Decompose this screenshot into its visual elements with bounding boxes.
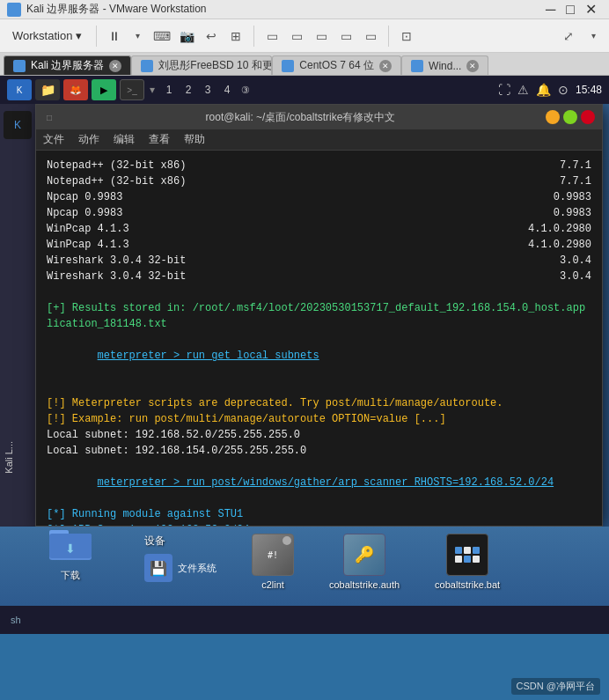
menu-file[interactable]: 文件 — [43, 132, 64, 147]
table-cell-right-1: 7.7.1 — [560, 158, 591, 173]
view-icon-3[interactable]: ▭ — [311, 26, 332, 46]
menu-action[interactable]: 动作 — [78, 132, 99, 147]
title-bar: Kali 边界服务器 - VMware Workstation ─ □ ✕ — [0, 0, 609, 19]
browser-btn[interactable]: 🦊 — [63, 79, 88, 100]
terminal-btn-2[interactable]: >_ — [120, 79, 144, 100]
menu-edit[interactable]: 编辑 — [114, 132, 135, 147]
workstation-menu[interactable]: Workstation ▾ — [5, 26, 89, 45]
ws-3[interactable]: 3 — [199, 81, 216, 99]
tab-kali[interactable]: Kali 边界服务器 ✕ — [4, 55, 131, 75]
terminal-btn[interactable]: ▶ — [92, 79, 116, 100]
tab-freebsd[interactable]: 刘思彤FreeBSD 10 和更早版本 ✕ — [131, 55, 272, 75]
sound-icon[interactable]: 🔔 — [536, 83, 551, 97]
tab-wind[interactable]: Wind... ✕ — [401, 55, 488, 75]
c2lint-icon: #! — [252, 534, 294, 576]
ws-1[interactable]: 1 — [160, 81, 178, 99]
tab-icon-wind — [411, 60, 423, 72]
ws-4[interactable]: 4 — [218, 81, 236, 99]
tab-close-centos[interactable]: ✕ — [379, 60, 392, 72]
kali-top-taskbar: K 📁 🦊 ▶ >_ ▾ 1 2 3 4 ③ ⛶ ⚠ 🔔 — [0, 76, 609, 104]
view-icon-2[interactable]: ▭ — [286, 26, 307, 46]
toolbar-separator-3 — [388, 26, 389, 47]
desktop-area: K Kali L... □ root@kali: ~/桌面/cobaltstri… — [0, 104, 609, 527]
folder-download[interactable]: ⬇ 下载 — [49, 527, 92, 582]
revert-icon[interactable]: ↩ — [201, 26, 222, 46]
view-icon-4[interactable]: ▭ — [335, 26, 356, 46]
auth-icon: 🔑 — [343, 534, 385, 576]
download-label: 下载 — [61, 569, 80, 582]
table-cell-left-8: Wireshark 3.0.4 32-bit — [47, 269, 186, 284]
file-bat[interactable]: cobaltstrike.bat — [435, 534, 500, 590]
filesystem-item[interactable]: 💾 文件系统 — [144, 554, 216, 582]
close-btn[interactable]: ✕ — [580, 1, 602, 18]
snapshot-icon[interactable]: 📷 — [176, 26, 197, 46]
terminal-menubar: 文件 动作 编辑 查看 帮助 — [36, 129, 602, 151]
screen-icon[interactable]: ⛶ — [498, 83, 510, 97]
table-cell-right-8: 3.0.4 — [560, 269, 591, 284]
vmware-icon — [7, 3, 21, 17]
terminal-titlebar-left: □ — [43, 111, 55, 123]
clone-icon[interactable]: ⊞ — [225, 26, 246, 46]
svg-text:⬇: ⬇ — [65, 542, 76, 556]
bat-label: cobaltstrike.bat — [435, 579, 500, 590]
tabs-bar: Kali 边界服务器 ✕ 刘思彤FreeBSD 10 和更早版本 ✕ CentO… — [0, 53, 609, 76]
table-cell-left-2: Notepad++ (32-bit x86) — [47, 173, 186, 189]
console-icon[interactable]: ⊡ — [396, 26, 417, 46]
table-cell-right-6: 4.1.0.2980 — [528, 237, 591, 253]
workspace-numbers: 1 2 3 4 ③ — [160, 81, 250, 99]
table-cell-right-7: 3.0.4 — [560, 253, 591, 269]
file-c2lint[interactable]: #! c2lint — [252, 534, 294, 590]
table-row: Notepad++ (32-bit x86) 7.7.1 — [47, 158, 591, 173]
kali-logo-btn[interactable]: K — [7, 79, 32, 100]
taskbar-left: K 📁 🦊 ▶ >_ ▾ 1 2 3 4 ③ — [7, 79, 250, 100]
terminal-close-btn[interactable] — [581, 110, 595, 124]
menu-view[interactable]: 查看 — [149, 132, 170, 147]
terminal-minimize-icon[interactable]: □ — [43, 111, 55, 123]
table-row: Notepad++ (32-bit x86) 7.7.1 — [47, 173, 591, 189]
minimize-btn[interactable]: ─ — [540, 2, 561, 18]
c2lint-label: c2lint — [261, 579, 284, 590]
send-keys-icon[interactable]: ⌨ — [151, 26, 172, 46]
subnet1: Local subnet: 192.168.52.0/255.255.255.0 — [47, 427, 591, 443]
settings-icon[interactable]: ▾ — [583, 26, 604, 46]
expand-icon[interactable]: ⤢ — [558, 26, 579, 46]
net-icon[interactable]: ⚠ — [517, 83, 529, 97]
tab-close-wind[interactable]: ✕ — [466, 60, 479, 72]
maximize-btn[interactable]: □ — [561, 2, 580, 18]
subnet2: Local subnet: 192.168.154.0/255.255.255.… — [47, 443, 591, 459]
file-auth[interactable]: 🔑 cobaltstrike.auth — [329, 534, 400, 590]
terminal-maximize-btn[interactable] — [563, 110, 577, 124]
pause-icon[interactable]: ⏸ — [104, 26, 125, 46]
tab-centos[interactable]: CentOS 7 64 位 ✕ — [272, 55, 401, 75]
dropdown-small[interactable]: ▾ — [127, 26, 148, 46]
tab-icon-kali — [13, 60, 26, 72]
terminal-dropdown[interactable]: ▾ — [150, 84, 155, 96]
ws-badge: ③ — [241, 85, 250, 96]
window-title: Kali 边界服务器 - VMware Workstation — [26, 2, 207, 17]
vmware-toolbar: Workstation ▾ ⏸ ▾ ⌨ 📷 ↩ ⊞ ▭ ▭ ▭ ▭ ▭ ⊡ ⤢ … — [0, 19, 609, 53]
sidebar-icon-1[interactable]: K — [4, 111, 32, 139]
table-cell-left-3: Npcap 0.9983 — [47, 189, 122, 205]
tab-close-kali[interactable]: ✕ — [109, 60, 121, 72]
taskbar-apps: K 📁 🦊 ▶ >_ ▾ — [7, 79, 155, 100]
download-folder-icon: ⬇ — [49, 527, 92, 565]
tab-label-kali: Kali 边界服务器 — [31, 58, 104, 73]
toolbar-icon-group-1: ⏸ ▾ — [104, 26, 148, 46]
running1: [*] Running module against STU1 — [47, 506, 591, 522]
menu-help[interactable]: 帮助 — [184, 132, 205, 147]
table-cell-left-1: Notepad++ (32-bit x86) — [47, 158, 186, 173]
ws-2[interactable]: 2 — [180, 81, 197, 99]
view-icon-1[interactable]: ▭ — [261, 26, 282, 46]
toolbar-separator-1 — [96, 26, 97, 47]
battery-icon[interactable]: ⊙ — [558, 83, 569, 97]
toolbar-separator-2 — [253, 26, 254, 47]
bat-icon — [446, 534, 488, 576]
table-cell-right-5: 4.1.0.2980 — [528, 221, 591, 237]
files-btn[interactable]: 📁 — [35, 79, 60, 100]
tab-icon-centos — [282, 60, 294, 72]
table-row: Wireshark 3.0.4 32-bit 3.0.4 — [47, 269, 591, 284]
clock: 15:48 — [576, 84, 602, 96]
terminal-minimize-btn[interactable] — [546, 110, 560, 124]
terminal-content[interactable]: Notepad++ (32-bit x86) 7.7.1 Notepad++ (… — [36, 151, 602, 526]
view-icon-5[interactable]: ▭ — [360, 26, 381, 46]
